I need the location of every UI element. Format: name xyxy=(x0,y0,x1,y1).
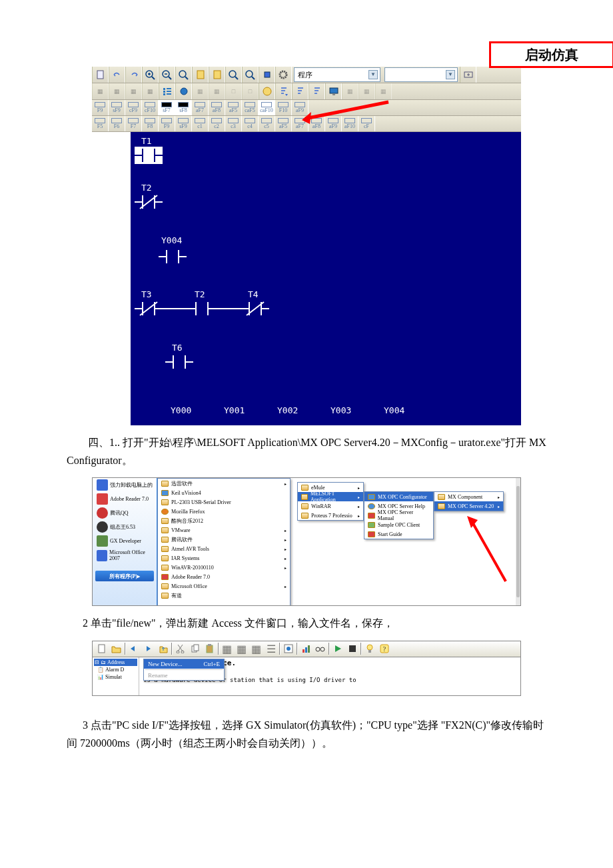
icon-2h[interactable]: □ xyxy=(242,83,259,99)
list-d-icon[interactable]: ☰ xyxy=(264,642,279,655)
icon-2f[interactable]: ▦ xyxy=(209,83,225,99)
sm-left-item[interactable]: GX Developer xyxy=(93,534,157,548)
icon-2k[interactable]: ▦ xyxy=(375,83,392,99)
doc-icon[interactable] xyxy=(92,67,109,83)
icon-2c[interactable]: ▦ xyxy=(125,83,142,99)
chevron-down-icon[interactable]: ▼ xyxy=(446,70,455,79)
find-icon[interactable] xyxy=(175,67,192,83)
icon-list[interactable] xyxy=(159,83,175,99)
sort-c-icon[interactable] xyxy=(308,83,325,99)
menu-item[interactable]: 迅雷软件▸ xyxy=(158,479,290,488)
monitor-icon[interactable] xyxy=(325,83,342,99)
stop-icon[interactable] xyxy=(345,642,360,655)
ctx-new-device[interactable]: New Device...Ctrl+E xyxy=(144,659,224,669)
gear-icon[interactable] xyxy=(275,67,292,83)
menu-item[interactable]: Keil uVision4 xyxy=(158,488,290,497)
up-icon[interactable] xyxy=(156,642,171,655)
icon-2i[interactable]: ▦ xyxy=(342,83,358,99)
fkey[interactable]: caF10 xyxy=(259,100,275,115)
fkey[interactable]: c4 xyxy=(242,116,259,131)
fkey[interactable]: F7 xyxy=(125,116,142,131)
menu-item[interactable]: VMware▸ xyxy=(158,525,290,535)
chart-icon[interactable] xyxy=(299,642,313,655)
menu-item[interactable]: Start Guide xyxy=(364,529,433,539)
all-programs-button[interactable]: 所有程序(P) ▸ xyxy=(95,571,154,581)
back-icon[interactable] xyxy=(127,642,141,655)
doc-b-icon[interactable] xyxy=(209,67,225,83)
fkey[interactable]: aF5 xyxy=(275,116,292,131)
fkey[interactable]: aF5 xyxy=(225,100,242,115)
fkey[interactable]: c2 xyxy=(209,116,225,131)
copy-icon[interactable] xyxy=(188,642,203,655)
sm-left-item[interactable]: Adobe Reader 7.0 xyxy=(93,492,157,506)
fkey[interactable]: cF10 xyxy=(142,100,159,115)
menu-item[interactable]: Mozilla Firefox xyxy=(158,507,290,516)
icon-2e[interactable]: ▦ xyxy=(192,83,209,99)
device-combo[interactable]: ▼ xyxy=(384,67,458,82)
paste-icon[interactable] xyxy=(203,642,217,655)
fkey[interactable]: F9 xyxy=(159,116,175,131)
menu-item[interactable]: 有道 xyxy=(158,591,290,600)
play-icon[interactable] xyxy=(330,642,345,655)
menu-item-mx-opc-server[interactable]: MX OPC Server 4.20▸ xyxy=(434,501,503,511)
undo-icon[interactable] xyxy=(109,67,125,83)
fkey[interactable]: sF7 xyxy=(159,100,175,115)
fkey[interactable]: F8 xyxy=(142,116,159,131)
menu-item[interactable]: Proteus 7 Professio▸ xyxy=(298,511,363,520)
menu-item[interactable]: Atmel AVR Tools▸ xyxy=(158,544,290,553)
fkey[interactable]: sF8 xyxy=(175,100,192,115)
search-a-icon[interactable] xyxy=(225,67,242,83)
tree-item-address[interactable]: ⊟🗂Address xyxy=(94,659,137,666)
fkey[interactable]: caF5 xyxy=(242,100,259,115)
tree-item-simulat[interactable]: 📊Simulat xyxy=(94,673,137,681)
menu-item-mx-configurator[interactable]: MX OPC Configurator xyxy=(364,492,433,501)
fkey[interactable]: F10 xyxy=(275,100,292,115)
fkey[interactable]: aF8 xyxy=(209,100,225,115)
scrollbar[interactable] xyxy=(516,478,520,605)
list-a-icon[interactable]: ▦ xyxy=(220,642,235,655)
warn-icon[interactable] xyxy=(259,83,275,99)
fkey[interactable]: cF9 xyxy=(125,100,142,115)
menu-item[interactable]: WinAVR-20100110▸ xyxy=(158,563,290,572)
sort-a-icon[interactable] xyxy=(275,83,292,99)
icon-2j[interactable]: ▦ xyxy=(358,83,375,99)
menu-item[interactable]: Microsoft Office▸ xyxy=(158,581,290,591)
list-b-icon[interactable]: ▦ xyxy=(235,642,249,655)
redo-icon[interactable] xyxy=(125,67,142,83)
fkey[interactable]: c3 xyxy=(225,116,242,131)
tree-item-alarm[interactable]: 📋Alarm D xyxy=(94,666,137,673)
help-icon[interactable]: ? xyxy=(377,642,392,655)
zoom-out-icon[interactable] xyxy=(159,67,175,83)
sm-left-item[interactable]: 腾讯QQ xyxy=(93,506,157,520)
menu-item[interactable]: PL-2303 USB-Serial Driver xyxy=(158,497,290,507)
icon-2g[interactable]: □ xyxy=(225,83,242,99)
menu-item[interactable]: IAR Systems▸ xyxy=(158,553,290,563)
sm-left-item[interactable]: 强力卸载电脑上的 xyxy=(93,478,157,492)
fkey[interactable]: F6 xyxy=(109,116,125,131)
fkey[interactable]: sF9 xyxy=(175,116,192,131)
new-icon[interactable] xyxy=(95,642,109,655)
binoc-icon[interactable] xyxy=(313,642,328,655)
fkey[interactable]: c5 xyxy=(259,116,275,131)
menu-item-melsoft[interactable]: MELSOFT Application▸ xyxy=(298,492,363,501)
fkey[interactable]: F5 xyxy=(92,116,109,131)
fkey[interactable]: c1 xyxy=(192,116,209,131)
menu-item[interactable]: Sample OPC Client xyxy=(364,520,433,529)
menu-item[interactable]: Adobe Reader 7.0 xyxy=(158,572,290,581)
doc-a-icon[interactable] xyxy=(192,67,209,83)
expand-icon[interactable] xyxy=(460,67,476,83)
prop-icon[interactable] xyxy=(281,642,296,655)
cut-icon[interactable] xyxy=(173,642,188,655)
menu-item[interactable]: 腾讯软件▸ xyxy=(158,535,290,544)
chevron-down-icon[interactable]: ▼ xyxy=(368,70,378,79)
forward-icon[interactable] xyxy=(141,642,156,655)
open-icon[interactable] xyxy=(109,642,124,655)
sm-left-item[interactable]: 组态王6.53 xyxy=(93,520,157,534)
fkey[interactable]: sF9 xyxy=(109,100,125,115)
menu-item[interactable]: MX Component▸ xyxy=(434,492,503,501)
zoom-in-icon[interactable] xyxy=(142,67,159,83)
menu-item[interactable]: MX OPC Server Manual xyxy=(364,511,433,520)
list-c-icon[interactable]: ▦ xyxy=(249,642,264,655)
bulb-icon[interactable] xyxy=(362,642,377,655)
icon-2d[interactable]: ▦ xyxy=(142,83,159,99)
